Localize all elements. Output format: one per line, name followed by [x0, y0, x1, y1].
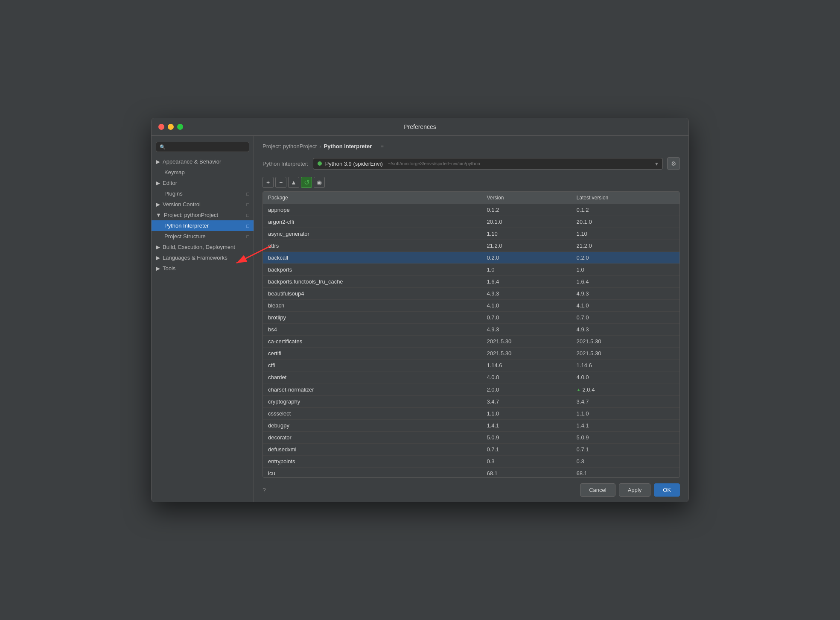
- package-name-cell: ca-certificates: [263, 336, 481, 348]
- package-version-cell: 1.4.1: [481, 420, 571, 432]
- package-latest-cell: 0.1.2: [572, 204, 680, 216]
- table-row[interactable]: backcall0.2.00.2.0: [263, 252, 680, 264]
- sidebar-item-project-structure[interactable]: Project Structure □: [152, 231, 254, 242]
- sidebar-item-label: Plugins: [164, 190, 183, 197]
- package-name-cell: cryptography: [263, 396, 481, 408]
- package-name-cell: decorator: [263, 432, 481, 444]
- sidebar-item-project[interactable]: ▼ Project: pythonProject □: [152, 210, 254, 220]
- sidebar-item-label: Languages & Frameworks: [163, 254, 228, 261]
- table-row[interactable]: beautifulsoup44.9.34.9.3: [263, 288, 680, 300]
- table-row[interactable]: appnope0.1.20.1.2: [263, 204, 680, 216]
- package-name-cell: brotlipy: [263, 312, 481, 324]
- table-row[interactable]: cffi1.14.61.14.6: [263, 360, 680, 371]
- apply-button[interactable]: Apply: [619, 483, 651, 497]
- package-version-cell: 4.9.3: [481, 288, 571, 300]
- package-latest-cell: 0.7.0: [572, 312, 680, 324]
- sidebar-item-plugins[interactable]: Plugins □: [152, 188, 254, 199]
- help-button[interactable]: ?: [262, 487, 266, 494]
- chevron-down-icon: ▾: [655, 161, 658, 167]
- sidebar-item-label: Tools: [163, 265, 175, 272]
- minimize-button[interactable]: [168, 124, 174, 130]
- up-icon: ▲: [291, 179, 297, 186]
- table-row[interactable]: attrs21.2.021.2.0: [263, 240, 680, 252]
- package-latest-cell: ▲2.0.4: [572, 383, 680, 396]
- interpreter-settings-button[interactable]: ⚙: [667, 157, 680, 170]
- table-row[interactable]: argon2-cffi20.1.020.1.0: [263, 216, 680, 228]
- table-row[interactable]: backports1.01.0: [263, 264, 680, 276]
- col-header-latest: Latest version: [572, 192, 680, 204]
- add-package-button[interactable]: +: [262, 177, 274, 188]
- breadcrumb-menu-button[interactable]: ≡: [378, 142, 386, 150]
- interpreter-label: Python Interpreter:: [262, 161, 309, 167]
- table-row[interactable]: async_generator1.101.10: [263, 228, 680, 240]
- table-row[interactable]: bs44.9.34.9.3: [263, 324, 680, 336]
- table-header-row: Package Version Latest version: [263, 192, 680, 204]
- interpreter-status-dot: [318, 161, 322, 166]
- chevron-icon: ▶: [156, 201, 160, 208]
- maximize-button[interactable]: [177, 124, 183, 130]
- table-row[interactable]: cryptography3.4.73.4.7: [263, 396, 680, 408]
- table-row[interactable]: icu68.168.1: [263, 468, 680, 478]
- interpreter-select[interactable]: Python 3.9 (spiderEnvi) ~/soft/miniforge…: [313, 158, 663, 170]
- package-name-cell: backports: [263, 264, 481, 276]
- sidebar-item-keymap[interactable]: Keymap: [152, 167, 254, 178]
- refresh-icon: ↺: [304, 178, 309, 187]
- table-row[interactable]: debugpy1.4.11.4.1: [263, 420, 680, 432]
- package-version-cell: 5.0.9: [481, 432, 571, 444]
- ok-button[interactable]: OK: [654, 483, 680, 497]
- sidebar-item-label: Keymap: [164, 169, 185, 175]
- chevron-icon: ▶: [156, 265, 160, 272]
- package-version-cell: 0.1.2: [481, 204, 571, 216]
- dialog-buttons: Cancel Apply OK: [580, 483, 680, 497]
- package-name-cell: argon2-cffi: [263, 216, 481, 228]
- package-latest-cell: 1.6.4: [572, 276, 680, 288]
- table-row[interactable]: bleach4.1.04.1.0: [263, 300, 680, 312]
- sidebar-item-python-interpreter[interactable]: Python Interpreter □: [152, 220, 254, 231]
- refresh-button[interactable]: ↺: [301, 177, 312, 188]
- package-version-cell: 1.10: [481, 228, 571, 240]
- sidebar-badge: □: [246, 213, 249, 218]
- package-latest-cell: 0.2.0: [572, 252, 680, 264]
- table-row[interactable]: brotlipy0.7.00.7.0: [263, 312, 680, 324]
- menu-icon: ≡: [381, 143, 384, 149]
- remove-package-button[interactable]: −: [275, 177, 286, 188]
- sidebar: 🔍 ▶ Appearance & Behavior Keymap ▶ Edito…: [152, 136, 254, 502]
- sidebar-item-label: Editor: [163, 180, 177, 186]
- search-input[interactable]: [167, 144, 245, 150]
- chevron-icon: ▶: [156, 244, 160, 250]
- search-icon: 🔍: [160, 144, 166, 150]
- chevron-icon: ▶: [156, 158, 160, 165]
- table-row[interactable]: entrypoints0.30.3: [263, 456, 680, 468]
- table-row[interactable]: certifi2021.5.302021.5.30: [263, 348, 680, 360]
- table-row[interactable]: chardet4.0.04.0.0: [263, 371, 680, 383]
- chevron-icon: ▼: [156, 212, 161, 218]
- breadcrumb-current: Python Interpreter: [324, 143, 372, 149]
- table-row[interactable]: defusedxml0.7.10.7.1: [263, 444, 680, 456]
- cancel-button[interactable]: Cancel: [580, 483, 615, 497]
- eye-icon: ◉: [317, 179, 322, 186]
- upgrade-package-button[interactable]: ▲: [288, 177, 299, 188]
- package-latest-cell: 1.14.6: [572, 360, 680, 371]
- sidebar-item-appearance[interactable]: ▶ Appearance & Behavior: [152, 156, 254, 167]
- interpreter-path: ~/soft/miniforge3/envs/spiderEnvi/bin/py…: [388, 161, 480, 166]
- table-row[interactable]: backports.functools_lru_cache1.6.41.6.4: [263, 276, 680, 288]
- sidebar-item-version-control[interactable]: ▶ Version Control □: [152, 199, 254, 210]
- sidebar-item-languages[interactable]: ▶ Languages & Frameworks: [152, 252, 254, 263]
- table-row[interactable]: charset-normalizer2.0.0▲2.0.4: [263, 383, 680, 396]
- table-row[interactable]: cssselect1.1.01.1.0: [263, 408, 680, 420]
- package-latest-cell: 3.4.7: [572, 396, 680, 408]
- table-row[interactable]: decorator5.0.95.0.9: [263, 432, 680, 444]
- search-box[interactable]: 🔍: [156, 142, 249, 152]
- sidebar-item-tools[interactable]: ▶ Tools: [152, 263, 254, 274]
- sidebar-item-build[interactable]: ▶ Build, Execution, Deployment: [152, 242, 254, 252]
- col-header-version: Version: [481, 192, 571, 204]
- close-button[interactable]: [158, 124, 164, 130]
- eye-button[interactable]: ◉: [314, 177, 325, 188]
- package-name-cell: async_generator: [263, 228, 481, 240]
- chevron-icon: ▶: [156, 180, 160, 186]
- sidebar-badge: □: [246, 234, 249, 239]
- package-version-cell: 4.0.0: [481, 371, 571, 383]
- table-row[interactable]: ca-certificates2021.5.302021.5.30: [263, 336, 680, 348]
- main-content: 🔍 ▶ Appearance & Behavior Keymap ▶ Edito…: [152, 136, 688, 502]
- sidebar-item-editor[interactable]: ▶ Editor: [152, 178, 254, 188]
